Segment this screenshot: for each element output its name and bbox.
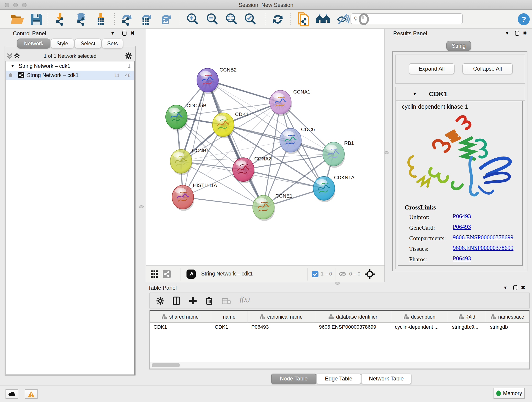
export-table-icon[interactable] [138,12,152,27]
node-CCNB2[interactable]: CCNB2 [197,67,237,94]
import-database-icon[interactable] [73,12,88,27]
fit-content-crosshair-icon[interactable] [365,269,375,279]
node-CCNA2[interactable]: CCNA2 [233,156,272,183]
zoom-out-icon[interactable] [205,12,220,27]
node-CDK1[interactable]: CDK1 [212,111,249,138]
column-header--id[interactable]: @id [448,311,486,323]
refresh-icon[interactable] [270,12,285,27]
import-table-icon[interactable] [93,12,108,27]
table-panel-float-icon[interactable] [513,285,517,290]
left-splitter-handle[interactable] [139,205,144,208]
selected-checkbox-icon[interactable] [312,271,318,277]
node-table[interactable]: shared namenamecanonical namedatabase id… [149,310,530,370]
toolbar-separator [265,13,265,26]
node-CDKN1A[interactable]: CDKN1A [313,175,355,202]
tab-string[interactable]: String [446,41,471,51]
save-session-icon[interactable] [29,12,44,27]
crosslink-link[interactable]: 9606.ENSP00000378699 [453,244,513,252]
zoom-selected-icon[interactable] [243,12,258,27]
results-button-box: Expand All Collapse All [395,55,525,84]
show-columns-icon[interactable] [173,297,180,305]
column-header-description[interactable]: description [391,311,448,323]
node-CDC6[interactable]: CDC6 [280,127,315,154]
expand-all-button[interactable]: Expand All [409,63,455,74]
edge-HIST1H1A-CCNE1[interactable] [183,197,264,207]
export-network-icon[interactable] [118,12,133,27]
tab-network-table[interactable]: Network Table [361,374,412,384]
column-header-database-identifier[interactable]: database identifier [315,311,391,323]
table-panel-menu-icon[interactable]: ▾ [504,285,507,291]
table-options-gear-icon[interactable] [156,297,164,305]
crosslink-link[interactable]: P06493 [453,255,471,262]
gene-section-header[interactable]: ▼ CDK1 [396,87,525,101]
table-cell[interactable]: CDK1 [211,323,248,332]
control-panel-float-icon[interactable] [122,31,127,36]
table-cell[interactable]: cyclin-dependent ... [391,323,448,332]
search-input[interactable] [358,16,462,22]
results-panel-float-icon[interactable] [515,31,519,36]
scrollbar-thumb[interactable] [152,363,180,367]
tab-network[interactable]: Network [17,38,51,49]
network-row[interactable]: String Network – cdk1 11 48 [6,70,134,80]
tab-sets[interactable]: Sets [102,38,123,49]
collapse-all-button[interactable]: Collapse All [462,63,513,74]
table-cell[interactable]: CDK1 [150,323,211,332]
column-header-canonical-name[interactable]: canonical name [248,311,315,323]
horizontal-scrollbar[interactable] [150,362,529,368]
control-panel-close-icon[interactable]: ✖ [131,30,135,36]
table-cell[interactable]: stringdb [486,323,529,332]
network-view-mode-icon[interactable] [163,270,171,278]
table-cell[interactable]: stringdb:9... [448,323,486,332]
tab-select[interactable]: Select [74,38,102,49]
hide-graphics-details-icon[interactable] [336,12,350,27]
cloud-button[interactable] [6,389,18,399]
table-cell[interactable]: 9606.ENSP00000378699 [315,323,391,332]
right-splitter-handle[interactable] [384,151,389,154]
crosslinks-heading: CrossLinks [405,204,436,211]
column-header-namespace[interactable]: namespace [486,311,529,323]
results-panel-menu-icon[interactable]: ▾ [506,30,508,36]
delete-column-trash-icon[interactable] [206,297,213,305]
memory-button[interactable]: Memory [494,388,525,399]
hidden-node-edge-count: 0 – 0 [349,271,360,276]
application-window: Session: New Session ⚲ ? Control Panel ▾… [0,0,532,402]
network-options-gear-icon[interactable] [125,52,132,60]
share-file-icon[interactable] [296,12,310,27]
help-icon[interactable]: ? [516,12,531,27]
export-image-icon[interactable] [158,12,172,27]
table-row[interactable]: CDK1CDK1P064939606.ENSP00000378699cyclin… [150,323,529,332]
crosslink-link[interactable]: P06493 [453,223,471,230]
crosslink-link[interactable]: 9606.ENSP00000378699 [453,234,513,241]
control-panel-menu-icon[interactable]: ▾ [111,30,114,36]
network-canvas[interactable]: CCNB2 CCNA1 CDC25B CDK1 [146,29,385,265]
show-graphics-details-icon[interactable] [356,12,371,27]
gene-disclosure-icon[interactable]: ▼ [412,91,417,96]
column-header-shared-name[interactable]: shared name [150,311,211,323]
edge-CCNA2-CDKN1A[interactable] [243,170,324,188]
add-column-icon[interactable] [189,297,196,304]
node-RB1[interactable]: RB1 [323,140,354,168]
birdseye-view-icon[interactable] [186,269,196,279]
table-cell[interactable]: P06493 [248,323,315,332]
crosslink-link[interactable]: P06493 [453,213,471,220]
zoom-in-icon[interactable] [185,12,200,27]
network-collection-row[interactable]: ▼ String Network – cdk1 1 [6,61,134,70]
edge-CDK1-RB1[interactable] [223,125,334,154]
import-network-icon[interactable] [52,12,67,27]
open-session-icon[interactable] [10,12,25,27]
grid-view-icon[interactable] [151,270,158,278]
warnings-button[interactable] [25,389,38,399]
table-panel-close-icon[interactable]: ✖ [521,285,525,291]
gene-symbol: CDK1 [429,90,448,98]
column-header-name[interactable]: name [211,311,248,323]
tab-node-table[interactable]: Node Table [271,374,316,384]
node-HIST1H1A[interactable]: HIST1H1A [172,182,217,211]
collection-disclosure-icon[interactable]: ▼ [11,64,15,68]
bottom-splitter-handle[interactable] [335,282,340,285]
zoom-fit-icon[interactable] [224,12,239,27]
string-home-icon[interactable] [316,12,330,27]
tab-edge-table[interactable]: Edge Table [316,374,361,384]
tab-style[interactable]: Style [51,38,74,49]
results-panel-close-icon[interactable]: ✖ [523,30,527,36]
node-CCNE1[interactable]: CCNE1 [253,193,293,221]
